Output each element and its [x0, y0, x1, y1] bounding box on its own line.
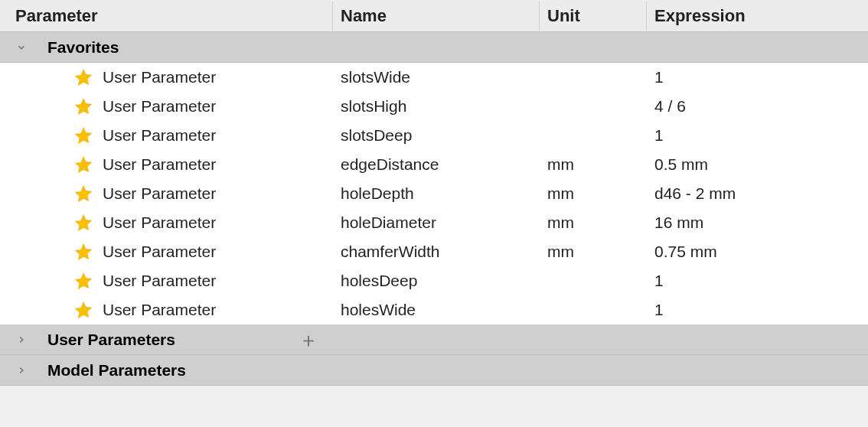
- chevron-right-icon: [15, 334, 28, 346]
- table-row[interactable]: User ParameterslotsWide1: [0, 63, 868, 92]
- parameter-expression-cell[interactable]: 0.5 mm: [646, 155, 868, 174]
- group-user-parameters-label: User Parameters: [47, 331, 175, 349]
- parameter-name-cell[interactable]: holeDepth: [332, 184, 539, 203]
- parameter-expression-cell[interactable]: 1: [646, 68, 868, 86]
- parameters-table: Parameter Name Unit Expression Favorites…: [0, 0, 868, 386]
- star-icon[interactable]: [73, 184, 93, 204]
- star-icon[interactable]: [73, 155, 93, 174]
- parameter-name-cell[interactable]: slotsDeep: [332, 126, 539, 145]
- parameter-type-label: User Parameter: [103, 301, 216, 319]
- parameter-type-label: User Parameter: [103, 243, 216, 261]
- parameter-type-label: User Parameter: [103, 214, 216, 232]
- star-icon[interactable]: [73, 96, 93, 116]
- parameter-expression-cell[interactable]: 1: [646, 126, 868, 145]
- star-icon[interactable]: [73, 271, 93, 291]
- parameter-type-label: User Parameter: [103, 68, 216, 86]
- parameter-name-cell[interactable]: slotsWide: [332, 68, 539, 86]
- chevron-right-icon: [15, 364, 28, 376]
- parameter-expression-cell[interactable]: 4 / 6: [646, 97, 868, 116]
- parameter-name-cell[interactable]: slotsHigh: [332, 97, 539, 116]
- table-row[interactable]: User ParameteredgeDistancemm0.5 mm: [0, 150, 868, 179]
- table-row[interactable]: User ParameterslotsHigh4 / 6: [0, 92, 868, 121]
- col-header-name[interactable]: Name: [332, 2, 539, 31]
- star-icon[interactable]: [73, 242, 93, 262]
- group-model-parameters[interactable]: Model Parameters: [0, 355, 868, 386]
- parameter-type-label: User Parameter: [103, 155, 216, 174]
- table-header-row: Parameter Name Unit Expression: [0, 0, 868, 32]
- table-row[interactable]: User ParameterholesWide1: [0, 295, 868, 324]
- parameter-unit-cell[interactable]: mm: [539, 214, 646, 232]
- table-row[interactable]: User ParameterslotsDeep1: [0, 121, 868, 150]
- parameter-expression-cell[interactable]: 0.75 mm: [646, 243, 868, 261]
- col-header-unit[interactable]: Unit: [539, 2, 646, 31]
- table-row[interactable]: User ParameterholeDiametermm16 mm: [0, 208, 868, 237]
- parameter-unit-cell[interactable]: mm: [539, 243, 646, 261]
- table-row[interactable]: User ParameterholeDepthmmd46 - 2 mm: [0, 179, 868, 208]
- group-favorites-label: Favorites: [47, 38, 119, 57]
- star-icon[interactable]: [73, 67, 93, 87]
- parameter-name-cell[interactable]: edgeDistance: [332, 155, 539, 174]
- parameter-name-cell[interactable]: holeDiameter: [332, 214, 539, 232]
- add-user-parameter-button[interactable]: ＋: [299, 330, 318, 350]
- parameter-name-cell[interactable]: holesDeep: [332, 272, 539, 290]
- parameter-expression-cell[interactable]: 1: [646, 301, 868, 319]
- parameter-type-label: User Parameter: [103, 184, 216, 203]
- star-icon[interactable]: [73, 125, 93, 145]
- parameter-unit-cell[interactable]: mm: [539, 155, 646, 174]
- table-row[interactable]: User ParameterchamferWidthmm0.75 mm: [0, 237, 868, 266]
- col-header-parameter[interactable]: Parameter: [0, 2, 332, 31]
- parameter-expression-cell[interactable]: d46 - 2 mm: [646, 184, 868, 203]
- parameter-type-label: User Parameter: [103, 97, 216, 116]
- group-model-parameters-label: Model Parameters: [47, 361, 186, 380]
- parameter-unit-cell[interactable]: mm: [539, 184, 646, 203]
- group-user-parameters[interactable]: User Parameters ＋: [0, 324, 868, 355]
- star-icon[interactable]: [73, 213, 93, 233]
- parameter-expression-cell[interactable]: 1: [646, 272, 868, 290]
- table-row[interactable]: User ParameterholesDeep1: [0, 266, 868, 295]
- parameter-name-cell[interactable]: holesWide: [332, 301, 539, 319]
- parameter-expression-cell[interactable]: 16 mm: [646, 214, 868, 232]
- col-header-expression[interactable]: Expression: [646, 2, 868, 31]
- chevron-down-icon: [15, 41, 28, 54]
- parameter-type-label: User Parameter: [103, 272, 216, 290]
- group-favorites[interactable]: Favorites: [0, 32, 868, 63]
- star-icon[interactable]: [73, 300, 93, 320]
- parameter-type-label: User Parameter: [103, 126, 216, 145]
- parameter-name-cell[interactable]: chamferWidth: [332, 243, 539, 261]
